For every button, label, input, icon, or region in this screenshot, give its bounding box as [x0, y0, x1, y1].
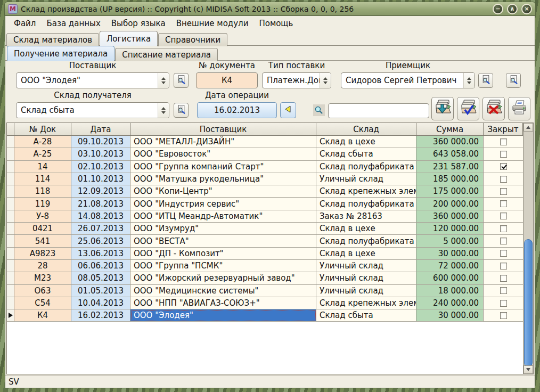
cell-closed[interactable]: [484, 136, 523, 148]
cell-date[interactable]: 26.07.2013: [71, 223, 130, 235]
cell-doc-number[interactable]: У-8: [14, 210, 71, 223]
cell-closed[interactable]: [484, 248, 523, 260]
cell-supplier[interactable]: ООО "Медицинские системы": [130, 285, 316, 297]
cell-warehouse[interactable]: Склад сбыта: [316, 148, 416, 160]
cell-supplier[interactable]: ООО "Группа компаний Старт": [130, 161, 316, 173]
cell-supplier[interactable]: ООО "Копи-Центр": [130, 185, 316, 198]
cell-warehouse[interactable]: Склад полуфабриката: [316, 235, 416, 247]
grid-header-5[interactable]: Закрыт: [484, 123, 523, 135]
cell-supplier[interactable]: ООО "ВЕСТА": [130, 235, 316, 247]
cell-doc-number[interactable]: К4: [14, 309, 71, 322]
row-indicator-cell[interactable]: [7, 185, 14, 198]
cell-sum[interactable]: 643 058.00: [416, 148, 484, 160]
cell-supplier[interactable]: ООО "Ижорский резервуарный завод": [130, 272, 316, 284]
cell-closed[interactable]: [484, 285, 523, 297]
row-indicator-cell[interactable]: [7, 309, 14, 322]
cell-doc-number[interactable]: 0421: [14, 223, 71, 235]
tab-sub-1[interactable]: Списание материала: [115, 48, 218, 61]
cell-warehouse[interactable]: Уличный склад: [316, 272, 416, 284]
cell-warehouse[interactable]: Заказ № 28163: [316, 210, 416, 223]
closed-checkbox[interactable]: [500, 188, 507, 195]
cell-warehouse[interactable]: Склад в цехе: [316, 248, 416, 260]
tab-sub-0[interactable]: Получение материала: [7, 46, 114, 61]
closed-checkbox[interactable]: [500, 238, 507, 244]
cell-doc-number[interactable]: А-28: [14, 136, 71, 148]
delivery-type-combobox[interactable]: Платежн.Док: [262, 72, 331, 88]
cell-closed[interactable]: [484, 260, 523, 272]
cell-supplier[interactable]: ООО "Индустрия сервис": [130, 198, 316, 210]
closed-checkbox[interactable]: [500, 213, 507, 219]
cell-closed[interactable]: [484, 161, 523, 173]
cell-date[interactable]: 01.05.2013: [71, 285, 130, 297]
cell-date[interactable]: 09.10.2013: [71, 136, 130, 148]
closed-checkbox[interactable]: [500, 151, 507, 158]
combo-spinner-icon[interactable]: [158, 103, 169, 118]
cell-warehouse[interactable]: Уличный склад: [316, 285, 416, 297]
cell-closed[interactable]: [484, 235, 523, 247]
row-indicator-cell[interactable]: [7, 136, 14, 148]
cell-supplier[interactable]: ООО "МЕТАЛЛ-ДИЗАЙН": [130, 136, 316, 148]
cell-supplier[interactable]: ООО "Матушка рукодельница": [130, 173, 316, 185]
cell-closed[interactable]: [484, 185, 523, 198]
row-indicator-cell[interactable]: [7, 198, 14, 210]
cell-sum[interactable]: 360 000.00: [416, 136, 484, 148]
row-indicator-cell[interactable]: [7, 173, 14, 185]
grid-header-0[interactable]: № Док: [14, 123, 71, 135]
closed-checkbox[interactable]: [500, 163, 507, 170]
cell-warehouse[interactable]: Уличный склад: [316, 260, 416, 272]
cell-date[interactable]: 13.06.2013: [71, 248, 130, 260]
cell-closed[interactable]: [484, 210, 523, 223]
closed-checkbox[interactable]: [500, 225, 507, 232]
cell-doc-number[interactable]: А-25: [14, 148, 71, 160]
row-indicator-cell[interactable]: [7, 223, 14, 235]
cell-date[interactable]: 08.05.2013: [71, 272, 130, 284]
cell-date[interactable]: 03.10.2013: [71, 148, 130, 160]
closed-checkbox[interactable]: [500, 300, 507, 307]
row-indicator-cell[interactable]: [7, 248, 14, 260]
cell-closed[interactable]: [484, 148, 523, 160]
receiver-warehouse-combobox[interactable]: Склад сбыта: [16, 102, 169, 118]
maximize-icon[interactable]: ∧: [507, 4, 518, 14]
grid-header-1[interactable]: Дата: [71, 123, 130, 135]
cell-closed[interactable]: [484, 272, 523, 284]
grid-header-2[interactable]: Поставщик: [130, 123, 316, 135]
cell-sum[interactable]: 185 000.00: [416, 173, 484, 185]
row-indicator-cell[interactable]: [7, 235, 14, 247]
cell-date[interactable]: 12.09.2013: [71, 185, 130, 198]
combo-spinner-icon[interactable]: [320, 73, 331, 88]
menu-item-2[interactable]: Выбор языка: [106, 17, 171, 30]
cell-warehouse[interactable]: Склад в цехе: [316, 223, 416, 235]
closed-checkbox[interactable]: [500, 287, 507, 294]
cell-date[interactable]: 06.06.2013: [71, 260, 130, 272]
receiver-combobox[interactable]: Сидоров Сергей Петрович: [341, 72, 475, 88]
supplier-lookup-button[interactable]: [174, 73, 189, 88]
cell-closed[interactable]: [484, 297, 523, 309]
closed-checkbox[interactable]: [500, 138, 507, 145]
cell-date[interactable]: 16.02.2013: [71, 309, 130, 322]
cell-sum[interactable]: 30 000.00: [416, 248, 484, 260]
cell-date[interactable]: 25.06.2013: [71, 235, 130, 247]
tab-main-2[interactable]: Справочники: [158, 33, 227, 46]
cell-warehouse[interactable]: Склад в цехе: [316, 136, 416, 148]
menu-item-0[interactable]: Файл: [9, 17, 41, 30]
cell-sum[interactable]: 5 000.00: [416, 235, 484, 247]
minimize-icon[interactable]: −: [493, 4, 503, 14]
warehouse-lookup-button[interactable]: [174, 103, 189, 118]
tab-main-0[interactable]: Склад материалов: [6, 33, 99, 46]
closed-checkbox[interactable]: [500, 263, 507, 270]
extra-lookup-button[interactable]: [506, 73, 521, 88]
add-record-button[interactable]: [431, 97, 454, 120]
cell-warehouse[interactable]: Склад полуфабриката: [316, 161, 416, 173]
cell-doc-number[interactable]: С54: [14, 297, 71, 309]
vertical-scrollbar[interactable]: [523, 123, 533, 374]
scroll-down-icon[interactable]: [523, 365, 533, 374]
cell-sum[interactable]: 231 587.00: [416, 161, 484, 173]
search-input[interactable]: [328, 103, 429, 118]
cell-doc-number[interactable]: 119: [14, 198, 71, 210]
cell-closed[interactable]: [484, 223, 523, 235]
cell-warehouse[interactable]: Уличный склад: [316, 173, 416, 185]
cell-sum[interactable]: 120 000.00: [416, 223, 484, 235]
cell-supplier[interactable]: ООО "Евровосток": [130, 148, 316, 160]
close-icon[interactable]: ×: [521, 4, 532, 14]
cell-doc-number[interactable]: 541: [14, 235, 71, 247]
